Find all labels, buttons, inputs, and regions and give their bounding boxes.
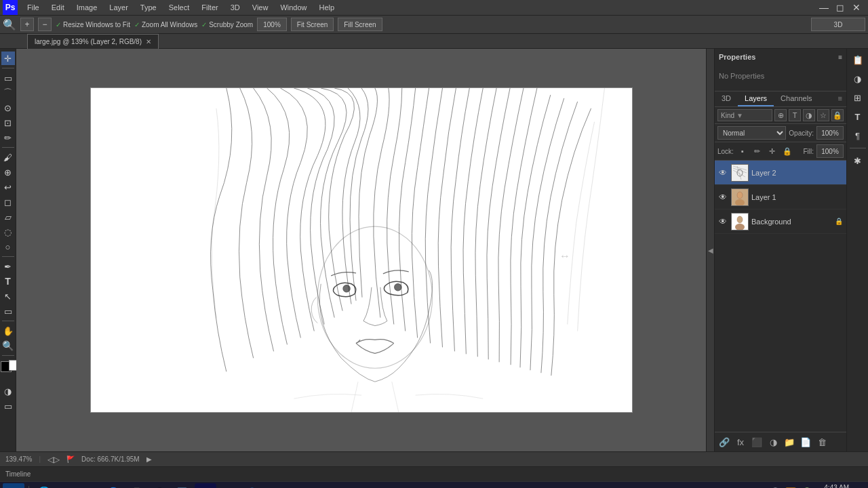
- tab-close-btn[interactable]: ✕: [146, 38, 151, 45]
- windows-start-btn[interactable]: ⊞: [3, 483, 24, 489]
- panel-icon-properties[interactable]: 📋: [850, 52, 866, 68]
- properties-close-btn[interactable]: ≡: [838, 54, 842, 61]
- menu-help[interactable]: Help: [314, 2, 340, 13]
- panel-icon-text[interactable]: T: [850, 108, 866, 125]
- taskbar-chrome-btn[interactable]: 🔵: [102, 483, 124, 489]
- canvas-image[interactable]: [90, 87, 633, 413]
- add-adjustment-btn[interactable]: ◑: [766, 435, 780, 449]
- gradient-tool[interactable]: ▱: [1, 210, 15, 224]
- quick-mask-btn[interactable]: ◑: [1, 384, 15, 398]
- layer-eye-layer1[interactable]: 👁: [717, 192, 728, 203]
- lock-image-btn[interactable]: ✏: [751, 145, 764, 157]
- menu-3d[interactable]: 3D: [225, 2, 245, 13]
- taskbar-clock[interactable]: 4:43 AM 2/21/2014: [816, 483, 852, 489]
- layer-lock-filter-icon[interactable]: 🔒: [831, 109, 844, 121]
- restore-btn[interactable]: ◻: [834, 1, 846, 14]
- text-tool[interactable]: T: [1, 274, 15, 288]
- menu-select[interactable]: Select: [163, 2, 195, 13]
- blend-mode-select[interactable]: Normal: [717, 126, 786, 140]
- lock-transparent-btn[interactable]: ▪: [736, 145, 749, 157]
- menu-layer[interactable]: Layer: [104, 2, 134, 13]
- add-group-btn[interactable]: 📁: [783, 435, 796, 449]
- lock-all-btn[interactable]: 🔒: [781, 145, 793, 157]
- opacity-input[interactable]: [816, 126, 844, 140]
- minimize-btn[interactable]: —: [818, 1, 830, 14]
- new-layer-btn[interactable]: 📄: [799, 435, 812, 449]
- add-style-btn[interactable]: fx: [734, 435, 747, 449]
- lock-position-btn[interactable]: ✛: [766, 145, 778, 157]
- hand-tool[interactable]: ✋: [1, 324, 15, 338]
- eraser-tool[interactable]: ◻: [1, 195, 15, 209]
- history-brush-tool[interactable]: ↩: [1, 180, 15, 194]
- quick-select-tool[interactable]: ⊙: [1, 101, 15, 115]
- add-mask-btn[interactable]: ⬛: [750, 435, 764, 449]
- taskbar-viber-btn[interactable]: 📱: [125, 483, 147, 489]
- fill-screen-btn[interactable]: Fill Screen: [338, 18, 382, 31]
- lasso-tool[interactable]: ⌒: [1, 86, 15, 100]
- fit-screen-btn[interactable]: Fit Screen: [291, 18, 334, 31]
- zoom-in-icon[interactable]: +: [20, 18, 34, 31]
- eyedropper-tool[interactable]: ✏: [1, 131, 15, 144]
- brush-tool[interactable]: 🖌: [1, 150, 15, 164]
- menu-file[interactable]: File: [22, 2, 45, 13]
- clone-tool[interactable]: ⊕: [1, 165, 15, 179]
- tab-layers[interactable]: Layers: [738, 92, 774, 106]
- menu-edit[interactable]: Edit: [46, 2, 70, 13]
- panel-icon-paragraph[interactable]: ¶: [850, 127, 866, 144]
- layer-item-background[interactable]: 👁 Background 🔒: [715, 209, 846, 234]
- layer-eye-layer2[interactable]: 👁: [717, 167, 728, 178]
- layer-text-filter-icon[interactable]: T: [789, 109, 801, 121]
- layers-panel-menu[interactable]: ≡: [834, 92, 846, 106]
- layer-adjustment-filter-icon[interactable]: ◑: [803, 109, 815, 121]
- tab-channels[interactable]: Channels: [774, 92, 818, 106]
- zoom-tool[interactable]: 🔍: [1, 339, 15, 352]
- taskbar-explorer-btn[interactable]: 📁: [56, 483, 78, 489]
- resize-windows-checkbox[interactable]: ✓ Resize Windows to Fit: [56, 21, 130, 28]
- zoom-tool-icon[interactable]: 🔍: [3, 18, 16, 31]
- layer-item-layer2[interactable]: 👁 Layer 2: [715, 161, 846, 185]
- panel-icon-adjustments[interactable]: ◑: [850, 70, 866, 87]
- taskbar-skype-btn[interactable]: 💬: [149, 483, 170, 489]
- layer-smart-filter-icon[interactable]: ☆: [817, 109, 829, 121]
- taskbar-media-btn[interactable]: ▶: [79, 483, 101, 489]
- dodge-tool[interactable]: ○: [1, 240, 15, 253]
- fill-input[interactable]: [816, 144, 844, 158]
- layer-type-filter-icon[interactable]: ⊕: [774, 109, 787, 121]
- doc-arrow-icon[interactable]: ▶: [146, 455, 152, 463]
- taskbar-note-btn[interactable]: 📝: [172, 483, 193, 489]
- resize-handle[interactable]: ↔: [559, 250, 570, 262]
- delete-layer-btn[interactable]: 🗑: [815, 435, 829, 449]
- menu-type[interactable]: Type: [135, 2, 162, 13]
- layer-eye-background[interactable]: 👁: [717, 216, 728, 227]
- shape-tool[interactable]: ▭: [1, 304, 15, 318]
- zoom-100-btn[interactable]: 100%: [257, 18, 287, 31]
- scrubby-zoom-checkbox[interactable]: ✓ Scrubby Zoom: [201, 21, 253, 28]
- crop-tool[interactable]: ⊡: [1, 116, 15, 129]
- layer-item-layer1[interactable]: 👁 Layer 1: [715, 185, 846, 209]
- close-btn[interactable]: ✕: [850, 1, 863, 14]
- menu-image[interactable]: Image: [71, 2, 103, 13]
- menu-view[interactable]: View: [247, 2, 274, 13]
- taskbar-user-btn[interactable]: 👤: [241, 483, 262, 489]
- blend-opacity-row: Normal Opacity:: [715, 124, 846, 142]
- 3d-input[interactable]: [811, 18, 865, 31]
- taskbar-ai-btn[interactable]: Ai: [218, 483, 239, 489]
- taskbar-ie-btn[interactable]: 🌐: [33, 483, 55, 489]
- link-layers-btn[interactable]: 🔗: [717, 435, 731, 449]
- blur-tool[interactable]: ◌: [1, 225, 15, 239]
- taskbar-ps-btn[interactable]: Ps: [195, 483, 216, 489]
- menu-window[interactable]: Window: [275, 2, 312, 13]
- marquee-tool[interactable]: ▭: [1, 71, 15, 85]
- document-tab[interactable]: large.jpg @ 139% (Layer 2, RGB/8) ✕: [27, 34, 159, 49]
- zoom-out-icon[interactable]: −: [38, 18, 52, 31]
- menu-filter[interactable]: Filter: [196, 2, 223, 13]
- screen-mode-btn[interactable]: ▭: [1, 399, 15, 413]
- path-select-tool[interactable]: ↖: [1, 289, 15, 303]
- zoom-all-checkbox[interactable]: ✓ Zoom All Windows: [134, 21, 197, 28]
- panel-icon-star[interactable]: ✱: [850, 152, 866, 169]
- pen-tool[interactable]: ✒: [1, 260, 15, 273]
- tab-3d[interactable]: 3D: [715, 92, 738, 106]
- panel-collapse-handle[interactable]: ◀: [706, 49, 714, 451]
- move-tool[interactable]: ✛: [1, 52, 15, 65]
- panel-icon-styles[interactable]: ⊞: [850, 89, 866, 106]
